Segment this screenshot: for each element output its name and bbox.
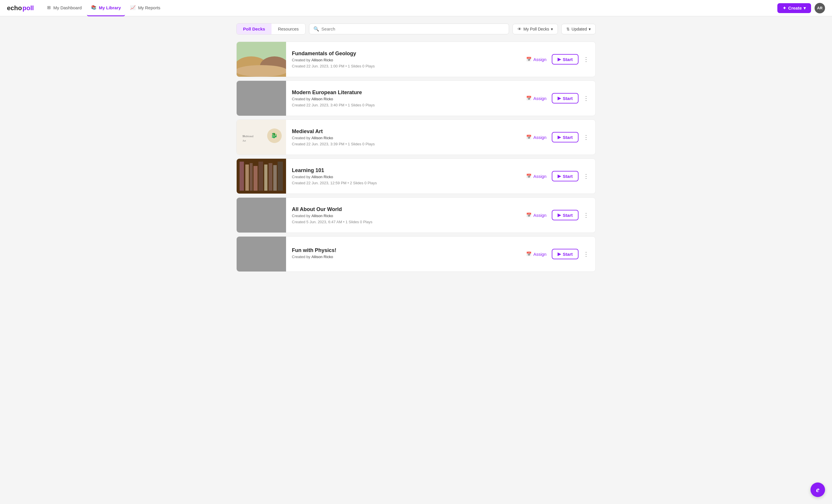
start-label: Start [563, 57, 573, 62]
create-button[interactable]: ✦ Create ▾ [777, 3, 811, 13]
avatar[interactable]: AR [814, 3, 825, 14]
calendar-icon: 📅 [526, 96, 532, 101]
tab-resources[interactable]: Resources [271, 24, 305, 34]
deck-actions: 📅 Assign ▶ Start ⋮ [519, 54, 595, 64]
deck-title: Learning 101 [292, 167, 513, 174]
deck-actions: 📅 Assign ▶ Start ⋮ [519, 171, 595, 181]
start-button[interactable]: ▶ Start [552, 54, 578, 64]
start-button[interactable]: ▶ Start [552, 132, 578, 142]
nav-library-label: My Library [99, 5, 121, 10]
chevron-down-icon: ▾ [551, 27, 553, 31]
toolbar: Poll Decks Resources 🔍 👁 My Poll Decks ▾… [236, 23, 596, 34]
more-options-button[interactable]: ⋮ [581, 249, 591, 259]
start-button[interactable]: ▶ Start [552, 171, 578, 181]
assign-label: Assign [534, 96, 547, 101]
play-icon: ▶ [557, 174, 561, 179]
create-icon: ✦ [783, 5, 786, 11]
start-button[interactable]: ▶ Start [552, 210, 578, 220]
deck-thumbnail [237, 42, 286, 77]
dashboard-icon: ⊞ [47, 5, 51, 10]
deck-author: Created by Allison Ricko [292, 255, 513, 259]
deck-author: Created by Allison Ricko [292, 175, 513, 179]
assign-button[interactable]: 📅 Assign [524, 250, 549, 258]
deck-info: Modern European Literature Created by Al… [286, 84, 519, 112]
deck-author: Created by Allison Ricko [292, 58, 513, 62]
library-icon: 📚 [91, 5, 97, 10]
filter-view-button[interactable]: 👁 My Poll Decks ▾ [513, 24, 558, 34]
search-wrap: 🔍 [309, 24, 509, 34]
more-options-button[interactable]: ⋮ [581, 171, 591, 181]
deck-author: Created by Allison Ricko [292, 97, 513, 101]
deck-info: Learning 101 Created by Allison Ricko Cr… [286, 162, 519, 190]
deck-meta: Created 22 Jun. 2023, 12:59 PM • 2 Slide… [292, 181, 513, 185]
deck-thumbnail [237, 159, 286, 193]
search-input[interactable] [321, 26, 505, 31]
calendar-icon: 📅 [526, 57, 532, 62]
create-label: Create [788, 5, 802, 10]
tab-poll-decks[interactable]: Poll Decks [237, 24, 271, 34]
sort-chevron-icon: ▾ [589, 27, 591, 31]
more-options-button[interactable]: ⋮ [581, 210, 591, 220]
deck-title: Fun with Physics! [292, 247, 513, 254]
calendar-icon: 📅 [526, 135, 532, 140]
assign-label: Assign [534, 57, 547, 62]
filter-sort-button[interactable]: ⇅ Updated ▾ [561, 24, 596, 34]
deck-title: Fundamentals of Geology [292, 51, 513, 57]
nav-dashboard-label: My Dashboard [53, 5, 82, 10]
play-icon: ▶ [557, 96, 561, 101]
start-button[interactable]: ▶ Start [552, 93, 578, 104]
deck-card: Modern European Literature Created by Al… [236, 81, 596, 116]
play-icon: ▶ [557, 212, 561, 218]
deck-title: All About Our World [292, 206, 513, 212]
start-label: Start [563, 174, 573, 179]
assign-button[interactable]: 📅 Assign [524, 172, 549, 181]
assign-button[interactable]: 📅 Assign [524, 211, 549, 219]
calendar-icon: 📅 [526, 212, 532, 218]
deck-thumbnail [237, 120, 286, 155]
nav-right: ✦ Create ▾ AR [777, 3, 825, 14]
tab-group: Poll Decks Resources [236, 23, 306, 34]
deck-list: Fundamentals of Geology Created by Allis… [236, 42, 596, 272]
start-label: Start [563, 213, 573, 218]
play-icon: ▶ [557, 251, 561, 257]
play-icon: ▶ [557, 135, 561, 140]
deck-card: All About Our World Created by Allison R… [236, 197, 596, 233]
logo[interactable]: echopoll [7, 4, 34, 12]
deck-meta: Created 22 Jun. 2023, 3:39 PM • 1 Slides… [292, 142, 513, 146]
start-label: Start [563, 135, 573, 140]
nav-items: ⊞ My Dashboard 📚 My Library 📈 My Reports [43, 0, 777, 16]
logo-echo: echo [7, 4, 22, 12]
assign-button[interactable]: 📅 Assign [524, 94, 549, 103]
deck-title: Modern European Literature [292, 89, 513, 96]
deck-meta: Created 5 Jun. 2023, 6:47 AM • 1 Slides … [292, 220, 513, 224]
deck-thumb [237, 237, 286, 271]
start-button[interactable]: ▶ Start [552, 249, 578, 259]
calendar-icon: 📅 [526, 174, 532, 179]
main-content: Poll Decks Resources 🔍 👁 My Poll Decks ▾… [227, 16, 605, 279]
assign-label: Assign [534, 174, 547, 179]
avatar-initials: AR [817, 6, 823, 10]
search-icon: 🔍 [313, 26, 319, 32]
nav-reports[interactable]: 📈 My Reports [126, 0, 164, 16]
deck-info: Fun with Physics! Created by Allison Ric… [286, 242, 519, 266]
deck-thumb [237, 81, 286, 116]
play-icon: ▶ [557, 57, 561, 62]
deck-thumb [237, 197, 286, 233]
deck-info: All About Our World Created by Allison R… [286, 201, 519, 229]
more-options-button[interactable]: ⋮ [581, 55, 591, 64]
filter-view-label: My Poll Decks [523, 27, 549, 31]
more-options-button[interactable]: ⋮ [581, 94, 591, 103]
assign-button[interactable]: 📅 Assign [524, 55, 549, 64]
deck-info: Fundamentals of Geology Created by Allis… [286, 45, 519, 74]
nav-library[interactable]: 📚 My Library [87, 0, 125, 16]
deck-actions: 📅 Assign ▶ Start ⋮ [519, 93, 595, 104]
deck-meta: Created 22 Jun. 2023, 1:00 PM • 1 Slides… [292, 64, 513, 68]
eye-icon: 👁 [517, 27, 522, 31]
nav-dashboard[interactable]: ⊞ My Dashboard [43, 0, 86, 16]
assign-label: Assign [534, 252, 547, 257]
deck-card: Fundamentals of Geology Created by Allis… [236, 42, 596, 77]
sort-icon: ⇅ [566, 27, 570, 31]
assign-button[interactable]: 📅 Assign [524, 133, 549, 141]
deck-actions: 📅 Assign ▶ Start ⋮ [519, 210, 595, 220]
more-options-button[interactable]: ⋮ [581, 133, 591, 142]
